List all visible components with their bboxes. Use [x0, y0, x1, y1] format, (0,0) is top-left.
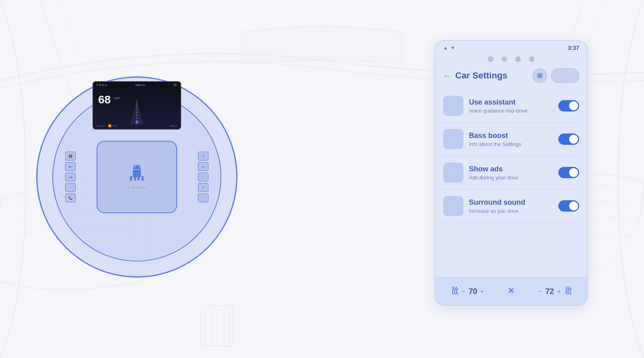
- show-ads-toggle[interactable]: [558, 167, 579, 178]
- wheel-hub: AIR BAG: [97, 141, 177, 213]
- phone-display: P R N D Main St ⬛ 68 mph: [93, 81, 181, 130]
- stop-button[interactable]: [533, 68, 547, 83]
- btn-cluster-left: 🔇 ▶| |◀ − 📞: [65, 152, 76, 202]
- back-button-wheel[interactable]: ←: [198, 193, 208, 202]
- header-action-button[interactable]: [551, 68, 579, 83]
- wifi-icon: ▼: [450, 45, 455, 51]
- settings-list: Use assistant Voice guidance mid-drive B…: [435, 89, 587, 223]
- android-logo-icon: [129, 165, 145, 184]
- right-heat-icon: [564, 286, 572, 297]
- show-ads-title: Show ads: [469, 165, 553, 173]
- setting-item-surround-sound: Surround sound Increase as you drive: [440, 189, 582, 223]
- back-button[interactable]: ←: [443, 71, 451, 80]
- phone-button[interactable]: 📞: [65, 193, 76, 202]
- steering-wheel-outer: P R N D Main St ⬛ 68 mph: [36, 76, 237, 278]
- bass-boost-title: Bass boost: [469, 132, 553, 140]
- prev-button[interactable]: |◀: [65, 173, 76, 181]
- left-temp-plus[interactable]: +: [480, 288, 484, 295]
- phone-speed: 68: [98, 94, 111, 105]
- use-assistant-toggle[interactable]: [558, 100, 579, 111]
- settings-panel: ▲ ▼ 3:37 ← Car Settings Use assistant: [435, 40, 588, 306]
- panel-title: Car Settings: [455, 70, 508, 81]
- check-button[interactable]: ✓: [198, 173, 208, 181]
- surround-sound-toggle-knob: [569, 202, 578, 210]
- left-temp-minus[interactable]: −: [462, 288, 465, 295]
- setting-item-show-ads: Show ads Ads during your drive: [440, 156, 582, 189]
- setting-item-bass-boost: Bass boost Info about the Settings: [440, 123, 582, 156]
- show-ads-text: Show ads Ads during your drive: [469, 165, 553, 181]
- nav-road: [117, 101, 157, 125]
- use-assistant-subtitle: Voice guidance mid-drive: [469, 108, 553, 114]
- header-left: ← Car Settings: [443, 70, 508, 81]
- svg-point-9: [510, 290, 512, 292]
- steering-wheel-area: P R N D Main St ⬛ 68 mph: [24, 32, 250, 322]
- use-assistant-title: Use assistant: [469, 98, 553, 107]
- panel-header: ← Car Settings: [435, 65, 587, 89]
- stop-icon: [537, 73, 542, 78]
- dot-2: [502, 56, 507, 62]
- surround-sound-text: Surround sound Increase as you drive: [469, 198, 553, 214]
- bass-boost-icon: [443, 129, 463, 149]
- btn-cluster-right: ☰ ▲ ✓ ▼ ←: [198, 152, 208, 202]
- use-assistant-icon: [443, 96, 463, 116]
- surround-sound-title: Surround sound: [469, 198, 553, 207]
- show-ads-icon: [443, 163, 463, 183]
- volume-down-button[interactable]: ▶|: [65, 162, 76, 171]
- bass-boost-text: Bass boost Info about the Settings: [469, 132, 553, 147]
- panel-dots: [435, 53, 587, 65]
- status-icons: ▲ ▼: [443, 45, 455, 51]
- phone-top-bar: P R N D Main St ⬛: [93, 82, 180, 88]
- left-heat-icon: [450, 286, 458, 297]
- left-climate-control: − 70 +: [450, 286, 484, 297]
- bass-boost-toggle-knob: [569, 135, 578, 144]
- up-button[interactable]: ▲: [198, 162, 208, 171]
- steering-wheel-inner: P R N D Main St ⬛ 68 mph: [52, 93, 221, 261]
- dot-4: [529, 56, 535, 62]
- signal-icon: ▲: [443, 45, 448, 51]
- statusbar: ▲ ▼ 3:37: [435, 41, 587, 53]
- airbag-label: AIR BAG: [128, 186, 146, 189]
- fan-control: [506, 286, 516, 297]
- use-assistant-toggle-knob: [569, 101, 578, 110]
- surround-sound-toggle[interactable]: [558, 200, 579, 212]
- mute-button[interactable]: 🔇: [65, 152, 76, 160]
- dot-3: [515, 56, 521, 62]
- phone-speed-unit: mph: [114, 96, 120, 100]
- show-ads-toggle-knob: [569, 168, 578, 177]
- show-ads-subtitle: Ads during your drive: [469, 175, 553, 181]
- bass-boost-subtitle: Info about the Settings: [469, 141, 553, 147]
- right-temperature: 72: [545, 287, 554, 296]
- use-assistant-text: Use assistant Voice guidance mid-drive: [469, 98, 553, 114]
- surround-sound-icon: [443, 196, 463, 216]
- header-right: [533, 68, 579, 83]
- surround-sound-subtitle: Increase as you drive: [469, 208, 553, 214]
- minus-button[interactable]: −: [65, 183, 76, 192]
- climate-bar: − 70 + − 72 +: [435, 277, 587, 305]
- fan-icon: [506, 286, 516, 297]
- right-temp-plus[interactable]: +: [557, 288, 561, 295]
- bass-boost-toggle[interactable]: [558, 134, 579, 145]
- left-temperature: 70: [469, 287, 477, 296]
- menu-button[interactable]: ☰: [198, 152, 208, 160]
- right-climate-control: − 72 +: [538, 286, 572, 297]
- dot-1: [488, 56, 493, 62]
- setting-item-use-assistant: Use assistant Voice guidance mid-drive: [440, 89, 582, 123]
- down-button[interactable]: ▼: [198, 183, 208, 192]
- nav-street: Main St: [135, 84, 145, 86]
- status-time: 3:37: [568, 45, 579, 51]
- right-temp-minus[interactable]: −: [538, 288, 542, 295]
